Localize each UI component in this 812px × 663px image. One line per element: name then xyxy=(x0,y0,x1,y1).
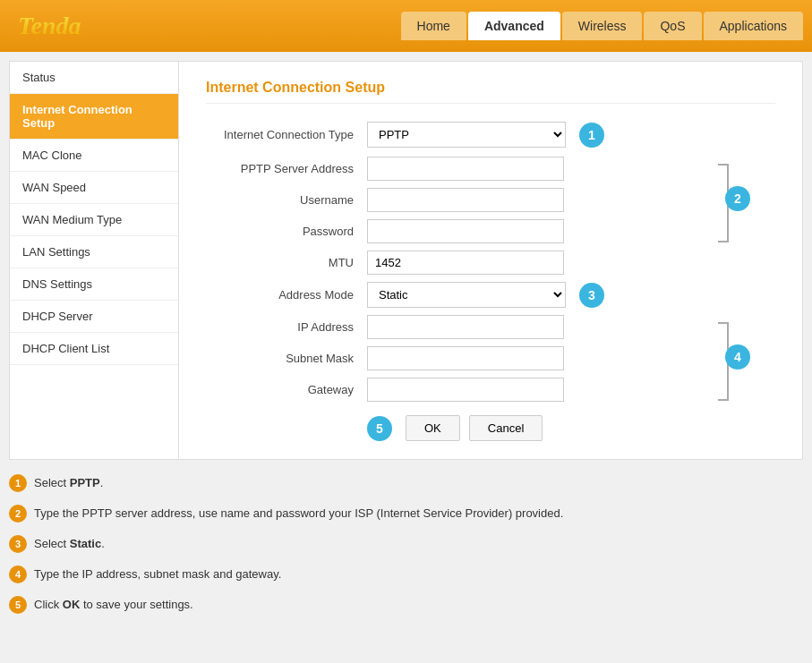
sidebar-item-dhcp-client-list[interactable]: DHCP Client List xyxy=(10,333,178,365)
sidebar-item-wan-medium-type[interactable]: WAN Medium Type xyxy=(10,204,178,236)
instr-badge-5: 5 xyxy=(9,596,27,614)
connection-type-row: Internet Connection Type PPTP DHCP Stati… xyxy=(206,122,775,148)
mtu-row: MTU xyxy=(206,251,775,275)
instr-text-5: Click OK to save your settings. xyxy=(34,595,803,615)
step-badge-1: 1 xyxy=(579,123,604,148)
nav-wireless[interactable]: Wireless xyxy=(562,12,643,40)
sidebar-item-status[interactable]: Status xyxy=(10,62,178,94)
connection-type-select[interactable]: PPTP DHCP Static IP PPPoE L2TP xyxy=(367,122,566,148)
instr-text-4: Type the IP address, subnet mask and gat… xyxy=(34,565,803,584)
pptp-server-label: PPTP Server Address xyxy=(206,162,367,175)
sidebar-item-dhcp-server[interactable]: DHCP Server xyxy=(10,301,178,333)
instr-text-2: Type the PPTP server address, use name a… xyxy=(34,504,803,523)
instr-bold-ok: OK xyxy=(63,598,81,611)
nav-advanced[interactable]: Advanced xyxy=(468,12,560,40)
instruction-5: 5 Click OK to save your settings. xyxy=(9,595,803,615)
header: Tenda Home Advanced Wireless QoS Applica… xyxy=(0,0,812,52)
pptp-group: PPTP Server Address Username Password 2 xyxy=(206,157,775,243)
mtu-input[interactable] xyxy=(367,251,564,275)
mtu-label: MTU xyxy=(206,256,367,269)
sidebar-item-internet-connection-setup[interactable]: Internet Connection Setup xyxy=(10,94,178,140)
nav-bar: Home Advanced Wireless QoS Applications xyxy=(401,12,803,40)
instruction-1: 1 Select PPTP. xyxy=(9,473,803,493)
sidebar-item-mac-clone[interactable]: MAC Clone xyxy=(10,140,178,172)
nav-qos[interactable]: QoS xyxy=(644,12,701,40)
password-input[interactable] xyxy=(367,219,564,243)
ip-group: IP Address Subnet Mask Gateway 4 xyxy=(206,315,775,402)
address-mode-label: Address Mode xyxy=(206,288,367,302)
instr-bold-pptp: PPTP xyxy=(70,476,100,489)
instruction-2: 2 Type the PPTP server address, use name… xyxy=(9,504,803,523)
instr-bold-static: Static xyxy=(70,537,101,550)
instr-badge-2: 2 xyxy=(9,505,27,523)
subnet-mask-row: Subnet Mask xyxy=(206,346,775,370)
instr-badge-1: 1 xyxy=(9,474,27,492)
instr-badge-4: 4 xyxy=(9,565,27,583)
instr-badge-3: 3 xyxy=(9,535,27,553)
sidebar-item-lan-settings[interactable]: LAN Settings xyxy=(10,236,178,268)
sidebar-item-dns-settings[interactable]: DNS Settings xyxy=(10,268,178,301)
gateway-input[interactable] xyxy=(367,378,564,402)
address-mode-row: Address Mode Static Dynamic 3 xyxy=(206,282,775,308)
nav-applications[interactable]: Applications xyxy=(704,12,804,40)
instruction-3: 3 Select Static. xyxy=(9,534,803,554)
sidebar-item-wan-speed[interactable]: WAN Speed xyxy=(10,172,178,204)
ok-button[interactable]: OK xyxy=(406,415,460,441)
connection-type-label: Internet Connection Type xyxy=(206,128,367,141)
step-badge-4: 4 xyxy=(725,344,750,370)
ip-address-label: IP Address xyxy=(206,320,367,334)
main-container: Status Internet Connection Setup MAC Clo… xyxy=(9,61,803,460)
pptp-server-input[interactable] xyxy=(367,157,564,181)
instruction-4: 4 Type the IP address, subnet mask and g… xyxy=(9,565,803,584)
page-title: Internet Connection Setup xyxy=(206,80,775,104)
password-label: Password xyxy=(206,225,367,238)
password-row: Password xyxy=(206,219,775,243)
gateway-label: Gateway xyxy=(206,383,367,396)
ip-address-row: IP Address xyxy=(206,315,775,339)
pptp-server-row: PPTP Server Address xyxy=(206,157,775,181)
step-badge-2: 2 xyxy=(725,186,750,211)
username-row: Username xyxy=(206,188,775,212)
nav-home[interactable]: Home xyxy=(401,12,466,40)
instr-text-3: Select Static. xyxy=(34,534,803,554)
subnet-mask-input[interactable] xyxy=(367,346,564,370)
username-label: Username xyxy=(206,193,367,207)
gateway-row: Gateway xyxy=(206,378,775,402)
username-input[interactable] xyxy=(367,188,564,212)
instructions-section: 1 Select PPTP. 2 Type the PPTP server ad… xyxy=(9,473,803,615)
address-mode-select[interactable]: Static Dynamic xyxy=(367,282,566,308)
cancel-button[interactable]: Cancel xyxy=(469,415,543,441)
ip-address-input[interactable] xyxy=(367,315,564,339)
content-area: Internet Connection Setup Internet Conne… xyxy=(179,61,803,460)
step-badge-5: 5 xyxy=(367,416,392,441)
instr-text-1: Select PPTP. xyxy=(34,473,803,493)
button-row: 5 OK Cancel xyxy=(206,415,775,441)
sidebar: Status Internet Connection Setup MAC Clo… xyxy=(9,61,179,460)
subnet-mask-label: Subnet Mask xyxy=(206,352,367,365)
logo: Tenda xyxy=(9,12,90,40)
step-badge-3: 3 xyxy=(579,283,604,308)
